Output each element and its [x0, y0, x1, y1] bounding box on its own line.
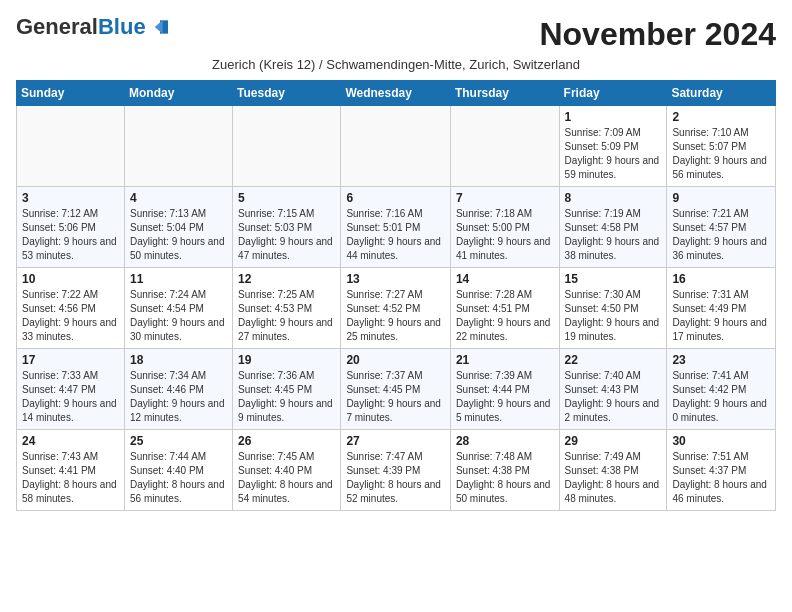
calendar-day-cell: 10Sunrise: 7:22 AMSunset: 4:56 PMDayligh…: [17, 268, 125, 349]
calendar-day-cell: [341, 106, 451, 187]
day-info: Sunrise: 7:33 AMSunset: 4:47 PMDaylight:…: [22, 369, 119, 425]
day-of-week-header: Tuesday: [233, 81, 341, 106]
day-number: 8: [565, 191, 662, 205]
day-info: Sunrise: 7:39 AMSunset: 4:44 PMDaylight:…: [456, 369, 554, 425]
calendar-day-cell: 8Sunrise: 7:19 AMSunset: 4:58 PMDaylight…: [559, 187, 667, 268]
day-info: Sunrise: 7:37 AMSunset: 4:45 PMDaylight:…: [346, 369, 445, 425]
calendar-day-cell: 15Sunrise: 7:30 AMSunset: 4:50 PMDayligh…: [559, 268, 667, 349]
calendar-day-cell: 9Sunrise: 7:21 AMSunset: 4:57 PMDaylight…: [667, 187, 776, 268]
day-of-week-header: Saturday: [667, 81, 776, 106]
day-info: Sunrise: 7:22 AMSunset: 4:56 PMDaylight:…: [22, 288, 119, 344]
day-info: Sunrise: 7:34 AMSunset: 4:46 PMDaylight:…: [130, 369, 227, 425]
day-info: Sunrise: 7:45 AMSunset: 4:40 PMDaylight:…: [238, 450, 335, 506]
day-info: Sunrise: 7:25 AMSunset: 4:53 PMDaylight:…: [238, 288, 335, 344]
day-number: 29: [565, 434, 662, 448]
calendar-week-row: 3Sunrise: 7:12 AMSunset: 5:06 PMDaylight…: [17, 187, 776, 268]
day-info: Sunrise: 7:15 AMSunset: 5:03 PMDaylight:…: [238, 207, 335, 263]
day-number: 14: [456, 272, 554, 286]
calendar-day-cell: [124, 106, 232, 187]
day-info: Sunrise: 7:51 AMSunset: 4:37 PMDaylight:…: [672, 450, 770, 506]
calendar-day-cell: 25Sunrise: 7:44 AMSunset: 4:40 PMDayligh…: [124, 430, 232, 511]
day-of-week-header: Wednesday: [341, 81, 451, 106]
day-number: 30: [672, 434, 770, 448]
day-number: 17: [22, 353, 119, 367]
day-info: Sunrise: 7:41 AMSunset: 4:42 PMDaylight:…: [672, 369, 770, 425]
calendar-day-cell: 23Sunrise: 7:41 AMSunset: 4:42 PMDayligh…: [667, 349, 776, 430]
day-number: 10: [22, 272, 119, 286]
day-info: Sunrise: 7:19 AMSunset: 4:58 PMDaylight:…: [565, 207, 662, 263]
calendar-table: SundayMondayTuesdayWednesdayThursdayFrid…: [16, 80, 776, 511]
day-info: Sunrise: 7:44 AMSunset: 4:40 PMDaylight:…: [130, 450, 227, 506]
month-title: November 2024: [539, 16, 776, 53]
day-number: 24: [22, 434, 119, 448]
logo-text: GeneralBlue: [16, 16, 146, 38]
calendar-day-cell: [450, 106, 559, 187]
calendar-day-cell: 16Sunrise: 7:31 AMSunset: 4:49 PMDayligh…: [667, 268, 776, 349]
calendar-week-row: 17Sunrise: 7:33 AMSunset: 4:47 PMDayligh…: [17, 349, 776, 430]
day-number: 5: [238, 191, 335, 205]
day-info: Sunrise: 7:13 AMSunset: 5:04 PMDaylight:…: [130, 207, 227, 263]
calendar-day-cell: 27Sunrise: 7:47 AMSunset: 4:39 PMDayligh…: [341, 430, 451, 511]
day-of-week-header: Monday: [124, 81, 232, 106]
day-number: 28: [456, 434, 554, 448]
day-info: Sunrise: 7:16 AMSunset: 5:01 PMDaylight:…: [346, 207, 445, 263]
calendar-header-row: SundayMondayTuesdayWednesdayThursdayFrid…: [17, 81, 776, 106]
day-number: 19: [238, 353, 335, 367]
day-number: 13: [346, 272, 445, 286]
day-number: 23: [672, 353, 770, 367]
logo: GeneralBlue: [16, 16, 168, 38]
calendar-day-cell: 18Sunrise: 7:34 AMSunset: 4:46 PMDayligh…: [124, 349, 232, 430]
day-info: Sunrise: 7:09 AMSunset: 5:09 PMDaylight:…: [565, 126, 662, 182]
day-info: Sunrise: 7:12 AMSunset: 5:06 PMDaylight:…: [22, 207, 119, 263]
calendar-day-cell: [233, 106, 341, 187]
subtitle: Zuerich (Kreis 12) / Schwamendingen-Mitt…: [16, 57, 776, 72]
day-info: Sunrise: 7:30 AMSunset: 4:50 PMDaylight:…: [565, 288, 662, 344]
day-number: 12: [238, 272, 335, 286]
calendar-day-cell: 13Sunrise: 7:27 AMSunset: 4:52 PMDayligh…: [341, 268, 451, 349]
day-number: 20: [346, 353, 445, 367]
calendar-week-row: 10Sunrise: 7:22 AMSunset: 4:56 PMDayligh…: [17, 268, 776, 349]
day-number: 25: [130, 434, 227, 448]
calendar-day-cell: 19Sunrise: 7:36 AMSunset: 4:45 PMDayligh…: [233, 349, 341, 430]
day-number: 2: [672, 110, 770, 124]
day-info: Sunrise: 7:31 AMSunset: 4:49 PMDaylight:…: [672, 288, 770, 344]
day-number: 11: [130, 272, 227, 286]
calendar-day-cell: 26Sunrise: 7:45 AMSunset: 4:40 PMDayligh…: [233, 430, 341, 511]
day-number: 7: [456, 191, 554, 205]
calendar-day-cell: 28Sunrise: 7:48 AMSunset: 4:38 PMDayligh…: [450, 430, 559, 511]
svg-marker-1: [154, 20, 162, 33]
calendar-day-cell: 1Sunrise: 7:09 AMSunset: 5:09 PMDaylight…: [559, 106, 667, 187]
day-number: 15: [565, 272, 662, 286]
day-info: Sunrise: 7:49 AMSunset: 4:38 PMDaylight:…: [565, 450, 662, 506]
day-of-week-header: Thursday: [450, 81, 559, 106]
day-number: 27: [346, 434, 445, 448]
calendar-day-cell: 2Sunrise: 7:10 AMSunset: 5:07 PMDaylight…: [667, 106, 776, 187]
day-info: Sunrise: 7:36 AMSunset: 4:45 PMDaylight:…: [238, 369, 335, 425]
calendar-day-cell: 14Sunrise: 7:28 AMSunset: 4:51 PMDayligh…: [450, 268, 559, 349]
day-info: Sunrise: 7:21 AMSunset: 4:57 PMDaylight:…: [672, 207, 770, 263]
day-number: 9: [672, 191, 770, 205]
day-info: Sunrise: 7:18 AMSunset: 5:00 PMDaylight:…: [456, 207, 554, 263]
calendar-day-cell: 12Sunrise: 7:25 AMSunset: 4:53 PMDayligh…: [233, 268, 341, 349]
day-number: 1: [565, 110, 662, 124]
day-info: Sunrise: 7:40 AMSunset: 4:43 PMDaylight:…: [565, 369, 662, 425]
calendar-week-row: 1Sunrise: 7:09 AMSunset: 5:09 PMDaylight…: [17, 106, 776, 187]
calendar-day-cell: 30Sunrise: 7:51 AMSunset: 4:37 PMDayligh…: [667, 430, 776, 511]
day-info: Sunrise: 7:27 AMSunset: 4:52 PMDaylight:…: [346, 288, 445, 344]
calendar-week-row: 24Sunrise: 7:43 AMSunset: 4:41 PMDayligh…: [17, 430, 776, 511]
day-info: Sunrise: 7:47 AMSunset: 4:39 PMDaylight:…: [346, 450, 445, 506]
calendar-day-cell: 5Sunrise: 7:15 AMSunset: 5:03 PMDaylight…: [233, 187, 341, 268]
calendar-day-cell: 11Sunrise: 7:24 AMSunset: 4:54 PMDayligh…: [124, 268, 232, 349]
day-of-week-header: Friday: [559, 81, 667, 106]
calendar-day-cell: 4Sunrise: 7:13 AMSunset: 5:04 PMDaylight…: [124, 187, 232, 268]
day-number: 4: [130, 191, 227, 205]
day-number: 16: [672, 272, 770, 286]
day-of-week-header: Sunday: [17, 81, 125, 106]
day-number: 22: [565, 353, 662, 367]
day-number: 26: [238, 434, 335, 448]
calendar-day-cell: 3Sunrise: 7:12 AMSunset: 5:06 PMDaylight…: [17, 187, 125, 268]
day-number: 6: [346, 191, 445, 205]
calendar-day-cell: 17Sunrise: 7:33 AMSunset: 4:47 PMDayligh…: [17, 349, 125, 430]
day-number: 3: [22, 191, 119, 205]
day-number: 21: [456, 353, 554, 367]
